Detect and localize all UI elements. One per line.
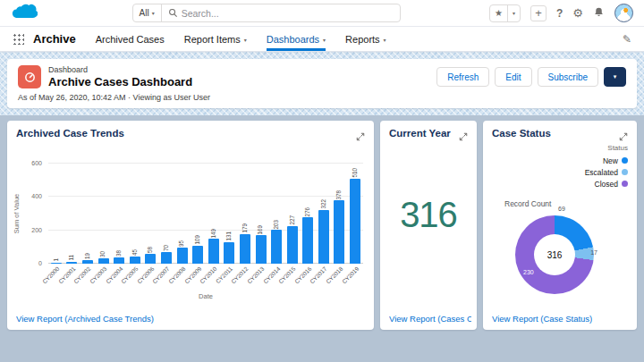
legend-item[interactable]: New — [585, 155, 628, 166]
more-actions-button[interactable]: ▾ — [604, 67, 626, 87]
series-label: Record Count — [504, 199, 551, 208]
search-scope-value: All — [140, 8, 149, 18]
tab-report-items[interactable]: Report Items ▾ — [184, 27, 247, 51]
bar[interactable] — [114, 257, 124, 264]
widget-title: Case Status — [492, 128, 551, 139]
bar[interactable] — [145, 254, 156, 264]
y-axis-ticks: 0200400600 — [21, 164, 45, 264]
global-actions-icon[interactable]: + — [530, 5, 547, 21]
app-name[interactable]: Archive — [33, 32, 76, 46]
bar-column: 38 — [111, 164, 127, 264]
bar[interactable] — [208, 239, 219, 264]
bar[interactable] — [287, 226, 298, 264]
bar-column: 58 — [143, 164, 159, 264]
tab-reports[interactable]: Reports ▾ — [345, 27, 386, 51]
edit-button[interactable]: Edit — [495, 67, 531, 87]
bar[interactable] — [51, 263, 62, 264]
bar-column: 179 — [237, 164, 253, 264]
bar[interactable] — [240, 234, 250, 264]
bar[interactable] — [192, 246, 203, 264]
bar-column: 45 — [127, 164, 143, 264]
search-scope-dropdown[interactable]: All ▾ — [133, 4, 162, 21]
bar-column: 70 — [158, 164, 174, 264]
dashboard-widgets: Archived Case Trends Sum of Value 020040… — [0, 115, 644, 330]
tab-label: Archived Cases — [96, 34, 165, 45]
donut-chart: 316 69 17 230 — [512, 212, 597, 298]
view-report-link[interactable]: View Report (Archived Case Trends) — [16, 314, 154, 324]
bar[interactable] — [350, 179, 360, 264]
bar-value-label: 149 — [211, 229, 216, 239]
bar[interactable] — [130, 257, 140, 264]
bar[interactable] — [98, 258, 109, 264]
bar-value-label: 95 — [179, 240, 184, 247]
metric-value: 316 — [400, 195, 457, 235]
bar-column: 203 — [268, 164, 284, 264]
bar[interactable] — [161, 252, 172, 264]
expand-widget-icon[interactable] — [356, 129, 365, 145]
bar[interactable] — [224, 242, 234, 264]
bar-value-label: 227 — [290, 215, 295, 225]
setup-gear-icon[interactable]: ⚙ — [572, 7, 583, 19]
segment-value-closed: 230 — [523, 269, 534, 275]
x-tick: CY2019 — [347, 265, 363, 291]
bar[interactable] — [334, 200, 344, 264]
donut-ring[interactable]: 316 — [515, 215, 594, 294]
app-launcher-icon[interactable] — [13, 33, 24, 45]
tab-archived-cases[interactable]: Archived Cases — [96, 27, 165, 51]
bar-value-label: 58 — [148, 247, 153, 253]
bar-value-label: 378 — [336, 190, 342, 200]
bar-value-label: 45 — [132, 249, 138, 256]
favorites-caret-icon[interactable]: ▾ — [508, 10, 520, 16]
legend-item[interactable]: Closed — [585, 178, 628, 189]
global-search[interactable]: All ▾ — [132, 4, 401, 22]
salesforce-logo-icon[interactable] — [11, 3, 38, 24]
subscribe-button[interactable]: Subscribe — [538, 67, 598, 87]
legend-item[interactable]: Escalated — [585, 166, 628, 178]
bar-column: 95 — [174, 164, 191, 264]
bar-value-label: 276 — [305, 207, 310, 217]
bar[interactable] — [302, 217, 313, 264]
bar[interactable] — [66, 262, 77, 264]
x-axis-title: Date — [48, 292, 363, 300]
bar[interactable] — [177, 248, 188, 264]
legend-title: Status — [585, 144, 628, 152]
legend-dot-icon — [622, 157, 628, 164]
bar[interactable] — [318, 210, 329, 264]
bar-value-label: 510 — [352, 168, 358, 178]
nav-tabs: Archived Cases Report Items ▾ Dashboards… — [96, 27, 386, 51]
expand-widget-icon[interactable] — [459, 129, 468, 145]
app-nav-bar: Archive Archived Cases Report Items ▾ Da… — [0, 27, 644, 52]
help-icon[interactable]: ? — [556, 8, 563, 19]
widget-case-status: Case Status Status NewEscalatedClosed Re… — [483, 121, 637, 330]
bar-column: 149 — [206, 164, 222, 264]
bar-column: 19 — [80, 164, 96, 264]
y-tick-label: 200 — [31, 227, 42, 233]
expand-widget-icon[interactable] — [619, 129, 628, 145]
bar[interactable] — [82, 260, 93, 264]
chevron-down-icon: ▾ — [384, 37, 386, 43]
segment-value-new: 69 — [558, 206, 565, 212]
avatar[interactable] — [614, 4, 633, 22]
favorites-star-icon[interactable]: ★ — [490, 5, 508, 21]
bar-value-label: 38 — [116, 250, 122, 257]
bar-value-label: 109 — [195, 235, 200, 245]
edit-nav-pencil-icon[interactable]: ✎ — [623, 33, 631, 46]
view-report-link[interactable]: View Report (Cases Cu... — [389, 314, 471, 324]
bar-column: 1 — [48, 164, 64, 264]
view-report-link[interactable]: View Report (Case Status) — [492, 314, 592, 324]
bar[interactable] — [271, 230, 282, 264]
widget-current-year: Current Year 316 View Report (Cases Cu..… — [380, 121, 477, 330]
refresh-button[interactable]: Refresh — [436, 67, 489, 87]
y-tick-label: 400 — [31, 193, 42, 199]
x-axis-labels: CY2000CY2001CY2002CY2003CY2004CY2005CY20… — [48, 265, 363, 291]
tab-label: Dashboards — [267, 34, 319, 45]
bar-column: 169 — [253, 164, 269, 264]
bar-value-label: 19 — [85, 253, 90, 259]
bar-value-label: 203 — [274, 220, 279, 230]
tab-dashboards[interactable]: Dashboards ▾ — [267, 27, 326, 51]
bar-column: 109 — [190, 164, 206, 264]
search-input[interactable] — [182, 8, 400, 19]
bar[interactable] — [256, 235, 267, 264]
bar-value-label: 179 — [242, 223, 248, 233]
notifications-bell-icon[interactable] — [593, 6, 605, 20]
